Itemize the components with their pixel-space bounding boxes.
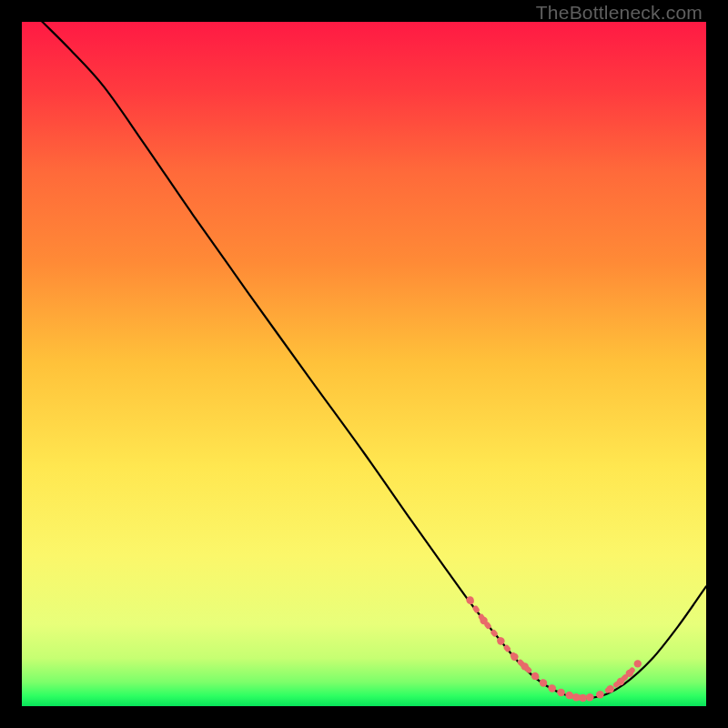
- valley-dot: [511, 653, 518, 661]
- valley-dot: [626, 670, 633, 677]
- valley-dot: [497, 637, 504, 644]
- valley-dot: [557, 689, 564, 696]
- valley-dot: [579, 694, 586, 702]
- valley-dot: [549, 684, 556, 692]
- valley-dot: [572, 693, 580, 701]
- valley-dot: [586, 693, 593, 701]
- bottleneck-chart: [22, 22, 706, 706]
- valley-dot: [466, 596, 473, 603]
- valley-dot: [521, 662, 529, 670]
- valley-dot: [617, 678, 624, 685]
- valley-dot: [565, 692, 572, 699]
- gradient-background: [22, 22, 706, 706]
- watermark-text: TheBottleneck.com: [536, 2, 703, 24]
- valley-dot: [634, 660, 642, 667]
- valley-dot: [596, 691, 603, 698]
- valley-dot: [480, 617, 487, 624]
- valley-dot: [607, 685, 614, 693]
- valley-dot: [531, 672, 539, 680]
- valley-dot: [540, 679, 547, 686]
- chart-frame: [22, 22, 706, 706]
